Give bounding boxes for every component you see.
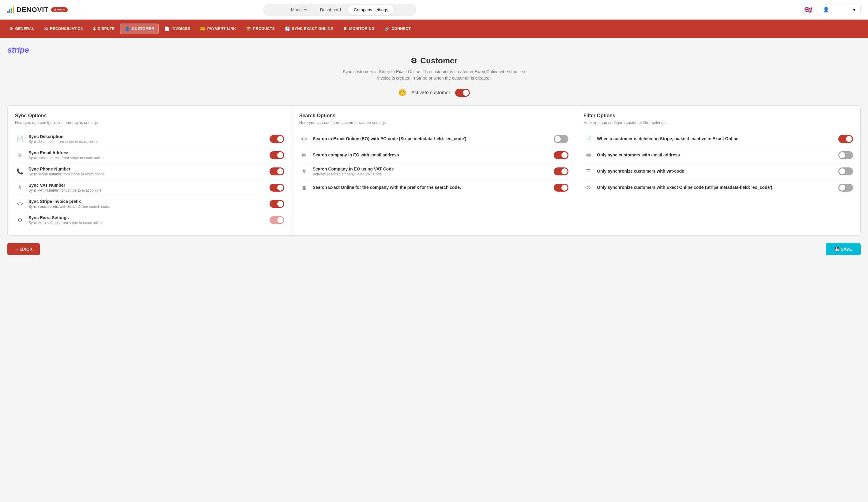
sync-description-icon: 📄 — [15, 134, 25, 144]
activate-customer-icon: 😊 — [398, 89, 406, 97]
sync-prefix-item: <> Sync Stripe invoice prefix Synchroniz… — [15, 196, 284, 212]
sync-phone-title: Sync Phone Number — [29, 167, 266, 171]
nav-customer-label: CUSTOMER — [132, 27, 154, 31]
filter-vat-title: Only synchronize customers with vat-code — [597, 169, 835, 174]
sync-vat-toggle[interactable] — [269, 184, 284, 192]
monitoring-icon: 🖥 — [343, 26, 348, 31]
logo-area: DENOVIT Admin — [7, 6, 68, 14]
nav-products-label: PRODUCTS — [253, 27, 275, 31]
filter-email-title: Only sync customers with email address — [597, 153, 835, 157]
search-email-toggle[interactable] — [554, 151, 568, 159]
nav-connect[interactable]: 🔗 CONNECT — [380, 24, 415, 34]
filter-eo-code-toggle[interactable] — [838, 184, 853, 192]
general-icon: ⚙ — [9, 26, 13, 31]
logo-text: DENOVIT — [17, 6, 49, 14]
search-prefix-toggle[interactable] — [554, 184, 568, 192]
sync-prefix-toggle[interactable] — [269, 200, 284, 208]
search-prefix-icon: ▦ — [299, 183, 309, 192]
nav-reconciliation[interactable]: ⚖ RECONCILIATION — [40, 24, 88, 34]
nav-modules[interactable]: Modules — [285, 5, 313, 15]
activate-label: Activate customer — [411, 90, 450, 95]
sync-extra-title: Sync Extra Settings — [29, 215, 266, 220]
language-selector[interactable]: 🇬🇧 — [802, 4, 814, 16]
dropdown-chevron-icon: ▾ — [853, 7, 856, 12]
sync-description-desc: Sync description from stripe to exact on… — [29, 139, 266, 144]
sync-description-toggle[interactable] — [269, 135, 284, 143]
save-button[interactable]: 💾 SAVE — [826, 243, 861, 255]
nav-invoices-label: INVOICES — [172, 27, 190, 31]
nav-general[interactable]: ⚙ GENERAL — [5, 24, 39, 34]
sync-email-desc: Sync email address from stripe to exact … — [29, 156, 266, 160]
search-options-title: Search Options — [299, 113, 568, 118]
bar4 — [13, 7, 14, 13]
payment-link-icon: 💳 — [200, 26, 206, 31]
nav-company-settings[interactable]: Company settings — [348, 5, 394, 15]
bottom-bar: ← BACK 💾 SAVE — [7, 236, 861, 255]
search-prefix-title: Search Exact Online for the company with… — [313, 185, 550, 190]
nav-products[interactable]: 📦 PRODUCTS — [242, 24, 279, 34]
sync-vat-desc: Sync VAT Number from stripe to exact onl… — [29, 188, 266, 192]
nav-bar: ⚙ GENERAL ⚖ RECONCILIATION $ DISPUTE 👤 C… — [0, 20, 868, 38]
filter-deleted-title: When a customer is deleted in Stripe, ma… — [597, 136, 835, 141]
stripe-logo: stripe — [7, 45, 861, 55]
products-icon: 📦 — [246, 26, 251, 31]
filter-eo-code-item: <> Only synchronize customers with Exact… — [583, 180, 853, 196]
page-header: ⚙ Customer Sync customers in Stripe to E… — [7, 56, 861, 81]
filter-deleted-toggle[interactable] — [838, 135, 853, 143]
nav-monitoring[interactable]: 🖥 MONITORING — [339, 24, 379, 34]
sync-email-toggle[interactable] — [269, 151, 284, 159]
filter-email-toggle[interactable] — [838, 151, 853, 159]
sync-email-icon: ✉ — [15, 150, 25, 160]
user-icon: 👤 — [823, 7, 829, 12]
search-options-subtitle: Here you can configure customer search s… — [299, 120, 568, 125]
connect-icon: 🔗 — [384, 26, 390, 31]
logo-bars — [7, 7, 14, 13]
reconciliation-icon: ⚖ — [44, 26, 48, 31]
search-eo-code-icon: <> — [299, 134, 309, 144]
bar3 — [11, 8, 12, 13]
sync-phone-icon: 📞 — [15, 167, 25, 176]
filter-vat-toggle[interactable] — [838, 167, 853, 175]
invoices-icon: 📄 — [164, 26, 170, 31]
nav-customer[interactable]: 👤 CUSTOMER — [120, 23, 159, 34]
filter-vat-item: ☰ Only synchronize customers with vat-co… — [583, 164, 853, 180]
search-options-column: Search Options Here you can configure cu… — [292, 106, 576, 236]
search-vat-item: # Search Company in EO using VAT Code Ac… — [299, 164, 568, 180]
sync-email-title: Sync Email Address — [29, 150, 266, 155]
page-title: ⚙ Customer — [7, 56, 861, 65]
filter-email-item: ✉ Only sync customers with email address — [583, 147, 853, 164]
sync-prefix-desc: Synchronize prefix with Exact Online sea… — [29, 205, 266, 209]
bar1 — [7, 11, 9, 13]
activate-customer-toggle[interactable] — [455, 89, 470, 97]
filter-email-icon: ✉ — [583, 150, 593, 160]
sync-extra-toggle[interactable] — [269, 216, 284, 224]
nav-sync-exact-label: SYNC EXACT ONLINE — [292, 27, 333, 31]
search-vat-title: Search Company in EO using VAT Code — [313, 167, 550, 171]
nav-sync-exact[interactable]: 🔄 SYNC EXACT ONLINE — [281, 24, 338, 34]
nav-payment-link-label: PAYMENT LINK — [207, 27, 236, 31]
nav-general-label: GENERAL — [15, 27, 34, 31]
columns-container: Sync Options Here you can configure cust… — [7, 105, 861, 236]
user-dropdown[interactable]: 👤 ▾ — [818, 4, 861, 15]
nav-invoices[interactable]: 📄 INVOICES — [160, 24, 195, 34]
search-vat-desc: Activate search Company using VAT Code — [313, 172, 550, 176]
filter-deleted-icon: 📄 — [583, 134, 593, 144]
search-vat-toggle[interactable] — [554, 167, 568, 175]
sync-extra-icon: ⚙ — [15, 215, 25, 225]
nav-payment-link[interactable]: 💳 PAYMENT LINK — [196, 24, 240, 34]
sync-options-title: Sync Options — [15, 113, 284, 118]
nav-dispute[interactable]: $ DISPUTE — [89, 24, 119, 34]
search-email-item: ✉ Search company in EO with email addres… — [299, 147, 568, 164]
sync-phone-toggle[interactable] — [269, 167, 284, 175]
back-button[interactable]: ← BACK — [7, 243, 40, 255]
sync-phone-desc: Sync phone number from stripe to exact o… — [29, 172, 266, 176]
nav-dashboard[interactable]: Dashboard — [314, 5, 347, 15]
search-email-icon: ✉ — [299, 150, 309, 160]
filter-eo-code-title: Only synchronize customers with Exact On… — [597, 185, 835, 190]
sync-email-item: ✉ Sync Email Address Sync email address … — [15, 147, 284, 164]
sync-options-subtitle: Here you can configure customer sync set… — [15, 120, 284, 125]
customer-icon: 👤 — [125, 26, 130, 31]
filter-options-column: Filter Options Here you can configure cu… — [576, 106, 860, 236]
nav-dispute-label: DISPUTE — [98, 27, 115, 31]
search-eo-code-toggle[interactable] — [554, 135, 568, 143]
